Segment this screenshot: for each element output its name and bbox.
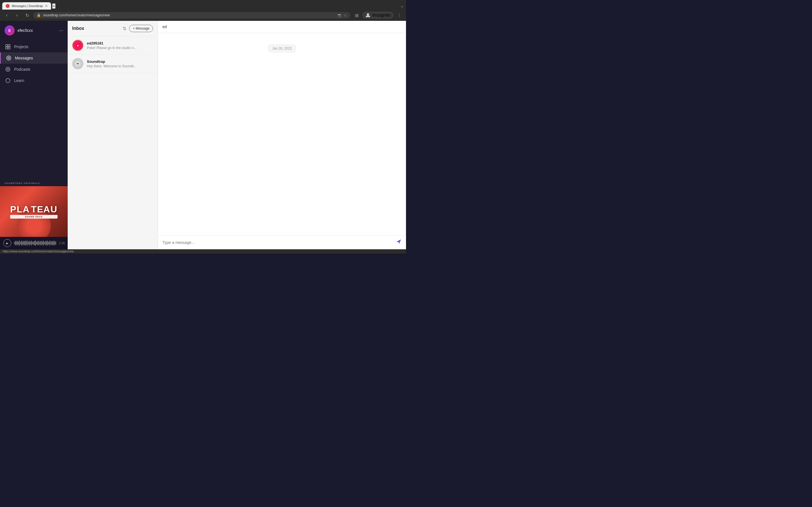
- sidebar-nav: Projects Messages Podcasts Learn: [0, 39, 68, 180]
- learn-label: Learn: [14, 78, 24, 83]
- track-duration: 1:55: [59, 241, 65, 245]
- url-text: soundtrap.com/home/creator/messages/new: [43, 13, 335, 17]
- conversation-item-soundtrap[interactable]: Soundtrap Hey there, Welcome to Soundtr.…: [68, 55, 158, 73]
- conv-body-ed295181: ed295181 Poke! Please go to the studio n…: [87, 41, 153, 50]
- play-button[interactable]: ▶: [3, 239, 11, 247]
- svg-rect-4: [8, 47, 10, 49]
- star-icon[interactable]: ☆: [344, 13, 347, 17]
- conversation-item-ed295181[interactable]: ● ed295181 Poke! Please go to the studio…: [68, 36, 158, 55]
- status-url: https://www.soundtrap.com/home/creator/m…: [3, 250, 73, 253]
- album-subtitle-badge: SOUND PACK: [10, 215, 57, 219]
- svg-point-6: [8, 57, 10, 59]
- sidebar-item-learn[interactable]: Learn: [0, 75, 68, 86]
- svg-point-11: [77, 63, 79, 64]
- conv-name-ed295181: ed295181: [87, 41, 153, 45]
- conv-body-soundtrap: Soundtrap Hey there, Welcome to Soundtr.…: [87, 59, 153, 68]
- conv-avatar-soundtrap: [72, 58, 84, 69]
- message-content: Jan 26, 2023: [158, 33, 406, 235]
- sidebar-bottom: SOUNDTRAP ORIGINALS PLATEAU SOUND PACK: [0, 180, 68, 249]
- svg-rect-2: [8, 45, 10, 47]
- inbox-sort-icon[interactable]: ⇅: [123, 26, 126, 31]
- album-art-bg: PLATEAU SOUND PACK: [0, 186, 68, 237]
- tab-favicon: [6, 4, 10, 8]
- tab-title: Messages | Soundtrap: [12, 4, 43, 8]
- avatar-initials: E: [8, 29, 11, 33]
- sidebar-toggle-button[interactable]: ▤: [353, 11, 361, 19]
- message-panel: Jan 26, 2023 Type a message...: [158, 21, 406, 249]
- svg-point-7: [6, 67, 10, 71]
- svg-point-9: [6, 78, 10, 83]
- learn-icon: [5, 78, 11, 83]
- conv-name-soundtrap: Soundtrap: [87, 59, 153, 64]
- tab-right-controls: ⌄: [400, 4, 404, 8]
- new-message-label: + Message: [133, 26, 149, 31]
- sidebar-item-podcasts[interactable]: Podcasts: [0, 64, 68, 75]
- waveform: [14, 240, 56, 246]
- back-button[interactable]: ‹: [3, 11, 11, 19]
- conv-avatar-ed295181: ●: [72, 40, 84, 51]
- sidebar-header: E efec5ccc ···: [0, 21, 68, 39]
- avatar-indicator: ●: [77, 44, 79, 47]
- originals-header: SOUNDTRAP ORIGINALS: [0, 180, 68, 186]
- message-search-bar: [158, 21, 406, 33]
- sidebar-item-projects[interactable]: Projects: [0, 41, 68, 52]
- send-icon: [396, 239, 402, 244]
- podcasts-icon: [5, 66, 11, 72]
- podcasts-label: Podcasts: [14, 67, 31, 71]
- forward-button[interactable]: ›: [13, 11, 21, 19]
- originals-title: SOUNDTRAP ORIGINALS: [4, 182, 40, 184]
- tab-bar: Messages | Soundtrap ✕ + ⌄: [0, 0, 406, 10]
- conv-preview-ed295181: Poke! Please go to the studio n...: [87, 46, 153, 50]
- incognito-label: Incognito: [372, 13, 391, 18]
- album-art[interactable]: PLATEAU SOUND PACK: [0, 186, 68, 237]
- address-bar-icons: 📷 ☆: [338, 13, 347, 17]
- tabs-chevron-icon[interactable]: ⌄: [400, 4, 404, 8]
- message-input[interactable]: [162, 240, 393, 245]
- lock-icon: 🔒: [37, 13, 41, 17]
- soundtrap-logo-icon: [75, 61, 81, 67]
- projects-label: Projects: [14, 45, 29, 49]
- more-options-button[interactable]: ⋮: [395, 11, 403, 19]
- svg-rect-1: [6, 45, 8, 47]
- status-bar: https://www.soundtrap.com/home/creator/m…: [0, 249, 406, 253]
- inbox-panel: Inbox ⇅ + Message ● ed295181 Poke! Pleas…: [68, 21, 158, 249]
- camera-off-icon: 📷: [338, 13, 342, 17]
- soundtrap-originals: SOUNDTRAP ORIGINALS PLATEAU SOUND PACK: [0, 180, 68, 249]
- send-button[interactable]: [396, 239, 402, 246]
- svg-point-5: [7, 56, 11, 60]
- inbox-header: Inbox ⇅ + Message: [68, 21, 158, 36]
- user-name: efec5ccc: [17, 28, 56, 33]
- new-message-button[interactable]: + Message: [129, 25, 153, 32]
- messages-label: Messages: [15, 56, 33, 60]
- album-title-text: PLATEAU: [10, 204, 57, 214]
- svg-point-8: [7, 68, 9, 70]
- conv-preview-soundtrap: Hey there, Welcome to Soundtr...: [87, 64, 153, 68]
- browser-toolbar: ‹ › ↻ 🔒 soundtrap.com/home/creator/messa…: [0, 10, 406, 21]
- avatar[interactable]: E: [4, 25, 15, 36]
- toolbar-icons: ▤ Incognito ⋮: [353, 11, 403, 19]
- incognito-icon: [365, 12, 371, 18]
- close-tab-button[interactable]: ✕: [45, 4, 48, 8]
- message-input-bar: Type a message...: [158, 235, 406, 249]
- reload-button[interactable]: ↻: [23, 11, 31, 19]
- messages-icon: [6, 55, 11, 61]
- incognito-button[interactable]: Incognito: [362, 11, 394, 19]
- svg-point-0: [367, 13, 369, 15]
- sidebar: E efec5ccc ··· Projects Messages: [0, 21, 68, 249]
- recipient-search-input[interactable]: [162, 24, 402, 29]
- sidebar-more-button[interactable]: ···: [59, 27, 63, 34]
- album-title: PLATEAU: [10, 205, 57, 214]
- app-container: E efec5ccc ··· Projects Messages: [0, 21, 406, 249]
- address-bar[interactable]: 🔒 soundtrap.com/home/creator/messages/ne…: [33, 12, 350, 18]
- player-bar: ▶: [0, 237, 68, 249]
- svg-rect-3: [6, 47, 8, 49]
- sidebar-item-messages[interactable]: Messages: [0, 52, 68, 64]
- conversation-list: ● ed295181 Poke! Please go to the studio…: [68, 36, 158, 249]
- new-tab-button[interactable]: +: [52, 3, 56, 9]
- active-tab[interactable]: Messages | Soundtrap ✕: [2, 2, 51, 10]
- inbox-title: Inbox: [72, 26, 120, 31]
- browser-chrome: Messages | Soundtrap ✕ + ⌄ ‹ › ↻ 🔒 sound…: [0, 0, 406, 21]
- projects-icon: [5, 44, 11, 50]
- date-label: Jan 26, 2023: [267, 44, 296, 53]
